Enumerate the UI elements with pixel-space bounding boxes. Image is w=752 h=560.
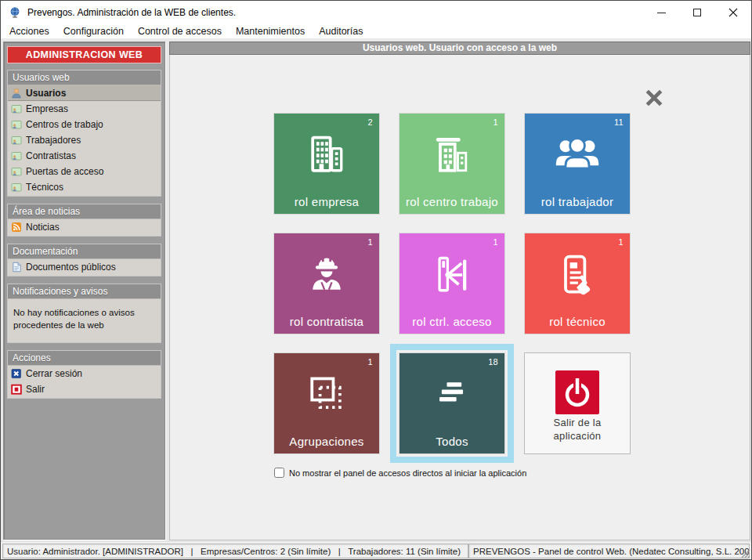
sidebar-note: No hay notificaciones o avisos procedent…: [8, 299, 161, 341]
section-body: Documentos públicos: [7, 258, 161, 276]
close-icon[interactable]: [715, 1, 751, 24]
sidebar-item-puertas-de-acceso[interactable]: Puertas de acceso: [8, 164, 161, 179]
status-session-info: Usuario: Administrador. [ADMINISTRADOR] …: [2, 544, 468, 558]
tile-rol-tecnico[interactable]: 1rol técnico: [524, 233, 631, 334]
power-icon: [525, 370, 630, 414]
tile-label: Todos: [400, 435, 504, 448]
tile-label: Salir de la aplicación: [525, 417, 630, 443]
menu-item-mantenimientos[interactable]: Mantenimientos: [229, 26, 312, 37]
tile-count: 11: [614, 117, 624, 127]
tile-rol-centro-trabajo[interactable]: 1rol centro trabajo: [399, 113, 505, 215]
tile-label: rol trabajador: [525, 195, 630, 208]
sidebar-section-area-de-noticias: Área de noticiasNoticias: [7, 204, 161, 237]
user-icon: [11, 88, 22, 99]
rss-icon: [11, 222, 22, 233]
entity-icon: [11, 119, 22, 130]
minimize-icon[interactable]: [643, 1, 679, 24]
sidebar-item-usuarios[interactable]: Usuarios: [8, 85, 161, 101]
section-header-usuarios-web: Usuarios web: [7, 70, 161, 85]
tile-count: 1: [494, 237, 498, 247]
window-title: Prevengos. Administración de la WEB de c…: [27, 7, 236, 18]
tile-label: rol ctrl. acceso: [400, 315, 504, 328]
turnstile-icon: [400, 252, 504, 299]
tile-agrupaciones[interactable]: 1Agrupaciones: [273, 352, 380, 454]
people-icon: [525, 132, 630, 179]
tile-count: 1: [619, 237, 624, 247]
maximize-icon[interactable]: [679, 1, 715, 24]
tile-rol-contratista[interactable]: 1rol contratista: [273, 233, 380, 334]
shortcut-grid: 2rol empresa1rol centro trabajo11rol tra…: [273, 113, 631, 454]
exit-icon: [11, 384, 22, 395]
main-panel: Usuarios web. Usuario con acceso a la we…: [169, 42, 750, 540]
sidebar-item-label: Técnicos: [26, 182, 63, 193]
sidebar-item-label: Salir: [26, 384, 45, 395]
menu-item-auditorias[interactable]: Auditorías: [312, 26, 370, 37]
menu-item-control-de-accesos[interactable]: Control de accesos: [131, 26, 229, 37]
menu-item-configuracion[interactable]: Configuración: [56, 26, 131, 37]
sidebar-item-cerrar-sesion[interactable]: Cerrar sesión: [8, 366, 161, 381]
tile-salir-de-la-aplicacion[interactable]: Salir de la aplicación: [524, 352, 631, 454]
entity-icon: [11, 182, 22, 193]
section-header-documentacion: Documentación: [7, 244, 161, 258]
sidebar-item-centros-de-trabajo[interactable]: Centros de trabajo: [8, 117, 161, 132]
hide-panel-checkbox-label: No mostrar el panel de accesos directos …: [289, 468, 526, 478]
tile-count: 1: [368, 357, 373, 367]
sidebar-item-trabajadores[interactable]: Trabajadores: [8, 132, 161, 148]
sidebar-item-label: Puertas de acceso: [26, 166, 103, 177]
section-body: UsuariosEmpresasCentros de trabajoTrabaj…: [7, 85, 161, 197]
section-header-area-de-noticias: Área de noticias: [7, 204, 161, 219]
tile-count: 1: [368, 237, 373, 247]
tile-label: rol centro trabajo: [400, 195, 504, 208]
menu-bar: AccionesConfiguraciónControl de accesosM…: [1, 24, 751, 38]
title-bar: Prevengos. Administración de la WEB de c…: [1, 1, 751, 24]
logout-icon: [11, 368, 22, 379]
entity-icon: [11, 166, 22, 177]
panel-close-icon[interactable]: [644, 88, 664, 108]
section-header-acciones: Acciones: [7, 350, 161, 365]
section-body: No hay notificaciones o avisos procedent…: [7, 298, 161, 343]
entity-icon: [11, 150, 22, 161]
group-squares-icon: [274, 372, 379, 419]
tile-rol-ctrl-acceso[interactable]: 1rol ctrl. acceso: [399, 233, 505, 334]
worker-icon: [274, 252, 379, 299]
sidebar-item-label: Centros de trabajo: [26, 119, 103, 130]
sidebar-item-documentos-publicos[interactable]: Documentos públicos: [8, 259, 161, 275]
building-flat-icon: [400, 132, 504, 179]
sidebar-item-label: Contratistas: [26, 150, 76, 161]
tile-todos[interactable]: 18Todos: [399, 352, 505, 454]
tile-rol-trabajador[interactable]: 11rol trabajador: [524, 113, 631, 215]
sidebar-item-label: Trabajadores: [26, 135, 81, 146]
sidebar-item-empresas[interactable]: Empresas: [8, 101, 161, 117]
entity-icon: [11, 135, 22, 146]
sidebar-item-tecnicos[interactable]: Técnicos: [8, 179, 161, 195]
sidebar-section-acciones: AccionesCerrar sesiónSalir: [7, 350, 161, 399]
building-icon: [274, 132, 379, 179]
hide-panel-checkbox[interactable]: [274, 468, 284, 478]
client-area: ADMINISTRACION WEB Usuarios webUsuariosE…: [1, 38, 751, 543]
sidebar-banner: ADMINISTRACION WEB: [7, 46, 161, 63]
entity-icon: [11, 103, 22, 114]
section-body: Noticias: [7, 219, 161, 237]
sidebar-item-label: Usuarios: [26, 88, 66, 99]
panel-content: 2rol empresa1rol centro trabajo11rol tra…: [169, 55, 750, 540]
resize-grip[interactable]: [740, 548, 750, 558]
tile-label: Agrupaciones: [274, 435, 379, 448]
sidebar-section-usuarios-web: Usuarios webUsuariosEmpresasCentros de t…: [7, 70, 161, 197]
sidebar-item-contratistas[interactable]: Contratistas: [8, 148, 161, 164]
sidebar-section-notificaciones-y-avisos: Notificaciones y avisosNo hay notificaci…: [7, 284, 161, 343]
app-globe-icon: [9, 6, 21, 19]
panel-title: Usuarios web. Usuario con acceso a la we…: [169, 42, 750, 55]
menu-item-acciones[interactable]: Acciones: [2, 26, 56, 37]
sidebar-item-label: Cerrar sesión: [26, 368, 82, 379]
sidebar-item-noticias[interactable]: Noticias: [8, 219, 161, 235]
sidebar-item-label: Noticias: [26, 222, 60, 233]
tile-label: rol contratista: [274, 315, 379, 328]
app-window: Prevengos. Administración de la WEB de c…: [0, 0, 752, 560]
sidebar-item-salir[interactable]: Salir: [8, 381, 161, 397]
tile-rol-empresa[interactable]: 2rol empresa: [273, 113, 380, 215]
phone-touch-icon: [525, 252, 630, 299]
tile-count: 2: [368, 117, 373, 127]
tile-label: rol empresa: [274, 195, 379, 208]
stack-icon: [400, 372, 504, 419]
hide-panel-checkbox-row: No mostrar el panel de accesos directos …: [274, 468, 526, 478]
